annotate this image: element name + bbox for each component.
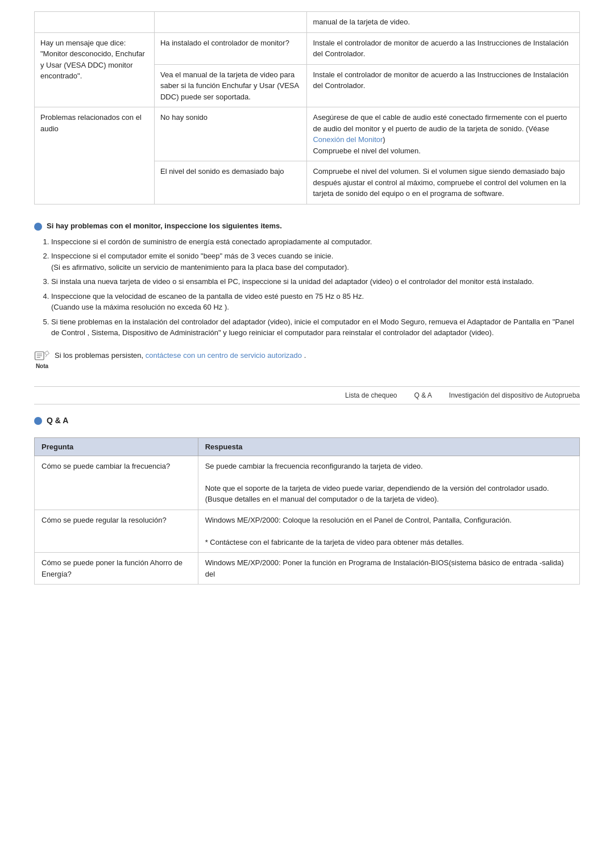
- list-item: Si tiene problemas en la instalación del…: [51, 316, 580, 339]
- trouble-col2: El nivel del sonido es demasiado bajo: [154, 161, 307, 205]
- qa-question: Cómo se puede poner la función Ahorro de…: [35, 553, 198, 585]
- list-item-text: Inspeccione que la velocidad de escaneo …: [51, 292, 364, 301]
- audio-text: Asegúrese de que el cable de audio esté …: [313, 113, 567, 155]
- inspect-heading-text: Si hay problemas con el monitor, inspecc…: [47, 222, 282, 230]
- nav-item-qa[interactable]: Q & A: [414, 391, 432, 399]
- qa-answer-text: Windows ME/XP/2000: Coloque la resolució…: [205, 516, 512, 524]
- qa-table-header-row: Pregunta Respuesta: [35, 437, 580, 456]
- nota-text: Si los problemas persisten, contáctese c…: [55, 350, 306, 361]
- trouble-col2: Vea el manual de la tarjeta de video par…: [154, 64, 307, 107]
- nota-service-link[interactable]: contáctese con un centro de servicio aut…: [146, 351, 302, 360]
- inspect-heading: Si hay problemas con el monitor, inspecc…: [34, 222, 580, 231]
- qa-row: Cómo se puede regular la resolución? Win…: [35, 510, 580, 553]
- nota-pencil-icon: [34, 350, 50, 362]
- qa-answer: Se puede cambiar la frecuencia reconfigu…: [198, 456, 579, 510]
- trouble-col1: Hay un mensaje que dice: "Monitor descon…: [35, 32, 155, 107]
- trouble-col2: Ha instalado el controlador de monitor?: [154, 32, 307, 64]
- trouble-col3: Instale el controlador de monitor de acu…: [307, 64, 580, 107]
- qa-row: Cómo se puede poner la función Ahorro de…: [35, 553, 580, 585]
- list-item: Inspeccione si el computador emite el so…: [51, 251, 580, 273]
- table-row: manual de la tarjeta de video.: [35, 12, 580, 33]
- nota-block: Nota Si los problemas persisten, contáct…: [34, 350, 580, 369]
- connection-link[interactable]: Conexión del Monitor: [313, 135, 383, 144]
- qa-header-question: Pregunta: [35, 437, 198, 456]
- nota-icon: Nota: [34, 350, 50, 369]
- nav-item-autoprueba[interactable]: Investigación del dispositivo de Autopru…: [449, 391, 580, 399]
- qa-answer-text2: * Contáctese con el fabricante de la tar…: [205, 538, 464, 546]
- inspect-list: Inspeccione si el cordón de suministro d…: [34, 236, 580, 339]
- list-item-sub: (Si es afirmativo, solicite un servicio …: [51, 263, 349, 272]
- qa-answer: Windows ME/XP/2000: Coloque la resolució…: [198, 510, 579, 553]
- list-item: Inspeccione si el cordón de suministro d…: [51, 236, 580, 248]
- list-item-text: Inspeccione si el computador emite el so…: [51, 252, 333, 260]
- list-item: Inspeccione que la velocidad de escaneo …: [51, 291, 580, 313]
- qa-header-answer: Respuesta: [198, 437, 579, 456]
- qa-question: Cómo se puede regular la resolución?: [35, 510, 198, 553]
- nota-text-after: .: [304, 351, 306, 360]
- qa-section-title: Q & A: [47, 416, 68, 425]
- table-row: Hay un mensaje que dice: "Monitor descon…: [35, 32, 580, 64]
- trouble-col1: Problemas relacionados con el audio: [35, 107, 155, 205]
- qa-answer: Windows ME/XP/2000: Poner la función en …: [198, 553, 579, 585]
- qa-answer-text: Se puede cambiar la frecuencia reconfigu…: [205, 462, 423, 470]
- trouble-col1: [35, 12, 155, 33]
- trouble-col2: No hay sonido: [154, 107, 307, 161]
- trouble-table: manual de la tarjeta de video. Hay un me…: [34, 11, 580, 205]
- trouble-col3: Asegúrese de que el cable de audio esté …: [307, 107, 580, 161]
- trouble-col3: Instale el controlador de monitor de acu…: [307, 32, 580, 64]
- blue-dot-icon-2: [34, 417, 42, 425]
- trouble-col2: [154, 12, 307, 33]
- svg-line-5: [45, 355, 47, 357]
- qa-table: Pregunta Respuesta Cómo se puede cambiar…: [34, 437, 580, 585]
- list-item: Si instala una nueva tarjeta de video o …: [51, 276, 580, 287]
- qa-question: Cómo se puede cambiar la frecuencia?: [35, 456, 198, 510]
- trouble-col3: Compruebe el nivel del volumen. Si el vo…: [307, 161, 580, 205]
- blue-dot-icon: [34, 223, 42, 231]
- trouble-col3: manual de la tarjeta de video.: [307, 12, 580, 33]
- qa-heading: Q & A: [34, 416, 580, 432]
- nav-bar: Lista de chequeo Q & A Investigación del…: [34, 386, 580, 404]
- qa-answer-text2: Note que el soporte de la tarjeta de vid…: [205, 484, 549, 504]
- qa-row: Cómo se puede cambiar la frecuencia? Se …: [35, 456, 580, 510]
- nav-item-checklist[interactable]: Lista de chequeo: [345, 391, 397, 399]
- page: manual de la tarjeta de video. Hay un me…: [0, 0, 614, 607]
- table-row: Problemas relacionados con el audio No h…: [35, 107, 580, 161]
- list-item-sub: (Cuando use la máxima resolución no exce…: [51, 303, 229, 311]
- nota-label: Nota: [36, 363, 48, 369]
- svg-marker-4: [45, 350, 49, 355]
- nota-text-before: Si los problemas persisten,: [55, 351, 143, 360]
